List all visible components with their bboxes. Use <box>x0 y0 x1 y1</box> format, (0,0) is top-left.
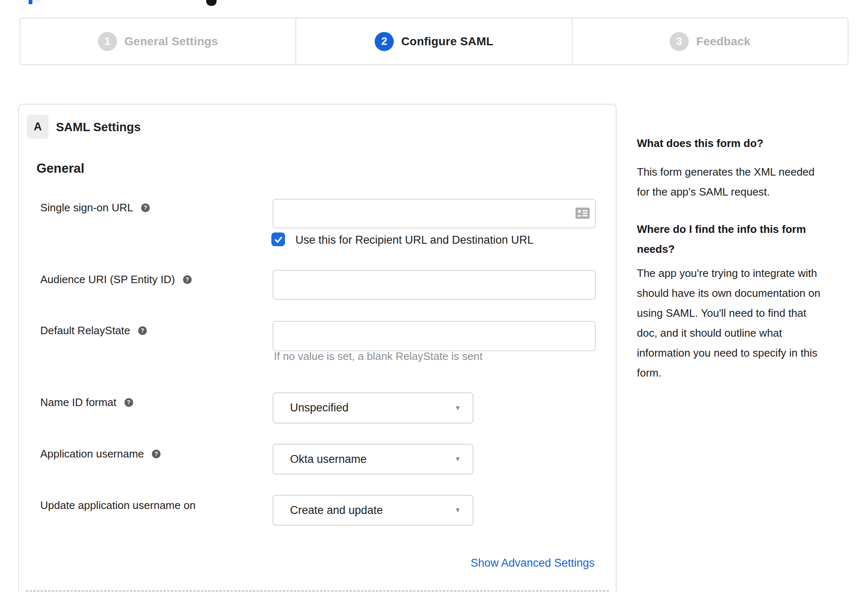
update-username-label: Update application username on <box>40 499 195 512</box>
recipient-url-checkbox-label: Use this for Recipient URL and Destinati… <box>295 234 534 247</box>
step-3-number-badge: 3 <box>670 32 689 51</box>
wizard-stepper: 1 General Settings 2 Configure SAML 3 Fe… <box>20 17 848 65</box>
audience-uri-label-text: Audience URI (SP Entity ID) <box>40 273 175 286</box>
name-id-format-select[interactable]: Unspecified ▼ <box>273 392 473 423</box>
caret-down-icon: ▼ <box>454 506 461 514</box>
configure-saml-page: { "colors": { "accent_blue": "#1662dd", … <box>0 0 868 592</box>
sidebar-body-what: This form generates the XML needed for t… <box>637 162 851 202</box>
name-id-help-icon[interactable]: ? <box>124 398 133 407</box>
general-heading: General <box>37 161 84 176</box>
update-username-select[interactable]: Create and update ▼ <box>273 495 473 526</box>
app-username-label-text: Application username <box>40 448 144 460</box>
section-title: SAML Settings <box>56 120 141 134</box>
sidebar-heading-where: Where do I find the info this form needs… <box>637 219 851 259</box>
name-id-format-value: Unspecified <box>273 401 349 414</box>
step-2-number-badge: 2 <box>375 32 394 51</box>
show-advanced-settings-link[interactable]: Show Advanced Settings <box>471 557 595 570</box>
audience-uri-help-icon[interactable]: ? <box>183 275 192 284</box>
name-id-format-label: Name ID format ? <box>40 396 133 409</box>
sidebar-body-where: The app you're trying to integrate with … <box>637 263 851 383</box>
step-2-label: Configure SAML <box>401 35 493 48</box>
sso-url-input[interactable] <box>273 199 596 228</box>
step-1-label: General Settings <box>124 35 218 48</box>
app-username-select[interactable]: Okta username ▼ <box>273 444 473 475</box>
step-feedback[interactable]: 3 Feedback <box>572 18 848 64</box>
recipient-url-checkbox[interactable] <box>271 232 285 246</box>
section-divider <box>26 590 609 592</box>
app-username-value: Okta username <box>273 453 367 466</box>
step-general-settings[interactable]: 1 General Settings <box>20 18 295 64</box>
sso-url-label-text: Single sign-on URL <box>40 201 133 214</box>
saml-settings-panel: A SAML Settings General Single sign-on U… <box>18 104 617 592</box>
relay-state-label-text: Default RelayState <box>40 324 130 337</box>
update-username-label-text: Update application username on <box>40 499 195 512</box>
step-configure-saml[interactable]: 2 Configure SAML <box>295 18 571 64</box>
step-3-label: Feedback <box>696 35 751 48</box>
name-id-format-label-text: Name ID format <box>40 396 117 409</box>
sso-url-help-icon[interactable]: ? <box>141 203 150 212</box>
contact-card-icon[interactable] <box>575 208 590 219</box>
clipped-header-fragment <box>32 0 41 3</box>
help-sidebar: What does this form do? This form genera… <box>637 136 851 383</box>
relay-state-hint: If no value is set, a blank RelayState i… <box>274 350 483 363</box>
relay-state-help-icon[interactable]: ? <box>138 326 147 335</box>
relay-state-input[interactable] <box>273 321 596 351</box>
app-username-help-icon[interactable]: ? <box>152 450 161 458</box>
caret-down-icon: ▼ <box>454 404 461 412</box>
audience-uri-label: Audience URI (SP Entity ID) ? <box>40 273 192 286</box>
clipped-logo-fragment <box>29 0 32 4</box>
step-1-number-badge: 1 <box>98 32 117 51</box>
section-letter-badge: A <box>27 115 49 139</box>
update-username-value: Create and update <box>273 504 383 517</box>
sso-url-label: Single sign-on URL ? <box>40 201 150 214</box>
caret-down-icon: ▼ <box>454 455 461 463</box>
app-username-label: Application username ? <box>40 447 161 460</box>
checkmark-icon <box>273 235 283 245</box>
relay-state-label: Default RelayState ? <box>40 324 147 337</box>
audience-uri-input[interactable] <box>273 270 596 300</box>
clipped-app-icon-fragment <box>206 0 217 6</box>
sidebar-heading-what: What does this form do? <box>637 136 851 151</box>
